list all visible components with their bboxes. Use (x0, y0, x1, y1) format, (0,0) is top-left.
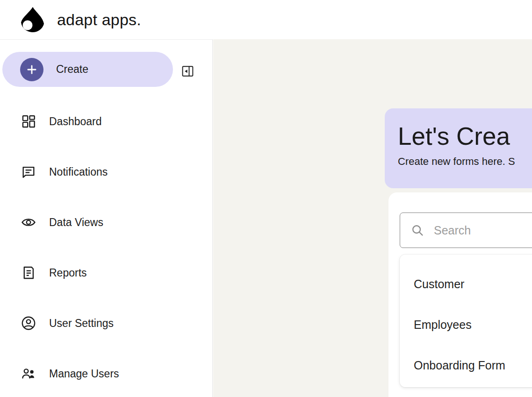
notifications-icon (21, 164, 36, 180)
create-hero-banner: Let's Crea Create new forms here. S (385, 108, 532, 188)
adapt-logo-icon (19, 7, 46, 33)
report-icon (21, 265, 36, 281)
users-group-icon (21, 366, 36, 382)
search-icon (410, 223, 424, 237)
dashboard-icon (21, 113, 36, 129)
list-item-employees[interactable]: Employees (400, 305, 532, 345)
sidebar-item-data-views[interactable]: Data Views (0, 197, 213, 248)
app-header: adapt apps. (0, 0, 532, 39)
list-item-customer[interactable]: Customer (400, 264, 532, 305)
main-content: Let's Crea Create new forms here. S Cust… (213, 39, 532, 397)
sidebar-item-reports[interactable]: Reports (0, 248, 213, 298)
collapse-sidebar-button[interactable] (180, 64, 195, 78)
collapse-sidebar-icon (181, 64, 194, 78)
sidebar-item-label: User Settings (49, 317, 114, 330)
hero-title: Let's Crea (398, 122, 532, 150)
create-button[interactable]: Create (2, 52, 173, 87)
sidebar-item-label: Reports (49, 267, 87, 279)
sidebar-item-notifications[interactable]: Notifications (0, 147, 213, 197)
sidebar-item-label: Dashboard (49, 115, 102, 128)
search-input[interactable] (434, 224, 532, 237)
sidebar-item-label: Data Views (49, 216, 103, 229)
create-button-label: Create (56, 63, 88, 76)
sidebar-item-label: Notifications (49, 166, 108, 178)
hero-subtitle: Create new forms here. S (398, 156, 532, 168)
plus-icon (20, 58, 43, 81)
forms-list: Customer Employees Onboarding Form (400, 255, 532, 387)
search-box[interactable] (400, 213, 532, 248)
sidebar-item-user-settings[interactable]: User Settings (0, 298, 213, 348)
sidebar-menu: Dashboard Notifications Data Views (0, 96, 213, 397)
sidebar: Create Dashboard (0, 39, 213, 397)
brand-title: adapt apps. (57, 11, 141, 29)
eye-icon (21, 214, 36, 230)
sidebar-item-manage-users[interactable]: Manage Users (0, 348, 213, 397)
list-item-onboarding-form[interactable]: Onboarding Form (400, 345, 532, 386)
forms-panel: Customer Employees Onboarding Form (388, 192, 532, 397)
sidebar-item-label: Manage Users (49, 368, 119, 380)
sidebar-item-dashboard[interactable]: Dashboard (0, 96, 213, 147)
user-circle-icon (21, 315, 36, 331)
